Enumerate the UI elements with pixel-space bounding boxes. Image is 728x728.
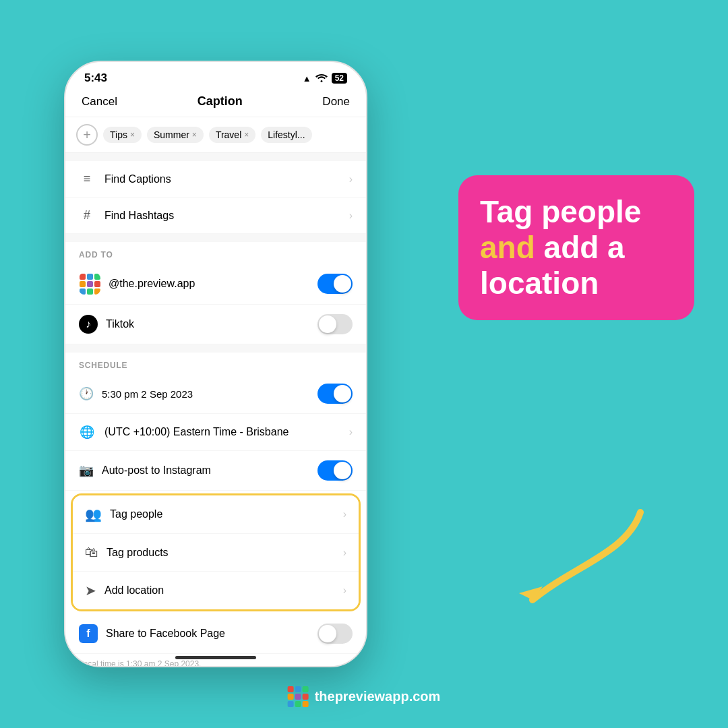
add-to-label: ADD TO (65, 242, 366, 264)
find-captions-label: Find Captions (104, 173, 171, 185)
schedule-toggle[interactable] (317, 384, 353, 404)
facebook-toggle[interactable] (317, 624, 353, 644)
facebook-label: Share to Facebook Page (106, 628, 225, 640)
battery-icon: 52 (332, 73, 347, 84)
tag-chip-travel[interactable]: Travel × (209, 127, 255, 143)
callout-and: and (480, 230, 535, 265)
remove-tag-summer[interactable]: × (192, 130, 197, 140)
phone-mockup: 5:43 ▲ 52 Cancel Caption Done + (64, 61, 367, 667)
schedule-label: SCHEDULE (65, 353, 366, 374)
callout-line3: location (480, 266, 599, 301)
highlighted-section: 👥 Tag people › 🛍 Tag products › ➤ Add lo… (71, 493, 361, 611)
add-tag-button[interactable]: + (76, 124, 98, 146)
clock-icon: 🕐 (79, 386, 94, 401)
hashtag-icon: # (79, 208, 95, 222)
phone-frame: 5:43 ▲ 52 Cancel Caption Done + (64, 61, 367, 667)
tiktok-toggle[interactable] (317, 314, 353, 334)
tag-label: Travel (216, 129, 241, 140)
tag-products-item[interactable]: 🛍 Tag products › (73, 534, 359, 572)
schedule-time: 5:30 pm 2 Sep 2023 (102, 388, 193, 400)
branding-section: thepreviewapp.com (288, 686, 441, 706)
nav-cancel-button[interactable]: Cancel (82, 95, 117, 109)
chevron-right-icon: › (343, 508, 346, 520)
tiktok-row: ♪ Tiktok (65, 305, 366, 344)
nav-title: Caption (198, 94, 243, 109)
timezone-label: (UTC +10:00) Eastern Time - Brisbane (104, 426, 289, 438)
tag-products-icon: 🛍 (85, 545, 98, 560)
chevron-right-icon: › (349, 210, 353, 222)
auto-post-toggle[interactable] (317, 460, 353, 481)
tag-chip-lifestyle[interactable]: Lifestyl... (261, 127, 311, 143)
tag-label: Tips (110, 129, 127, 140)
callout-box: Tag people and add a location (458, 175, 694, 320)
arrow-decoration (506, 499, 640, 607)
auto-post-label: Auto-post to Instagram (102, 464, 211, 477)
status-time: 5:43 (84, 71, 107, 85)
tag-chip-summer[interactable]: Summer × (147, 127, 204, 143)
add-location-label: Add location (104, 584, 164, 597)
status-icons: ▲ 52 (303, 73, 347, 84)
tag-label: Lifestyl... (268, 129, 305, 140)
preview-app-row: @the.preview.app (65, 264, 366, 305)
chevron-right-icon: › (349, 173, 353, 185)
tags-row: + Tips × Summer × Travel × Lifestyl... (65, 117, 366, 153)
callout-line2: add a (544, 230, 625, 265)
tag-label: Summer (154, 129, 189, 140)
nav-done-button[interactable]: Done (322, 95, 350, 109)
chevron-right-icon: › (343, 584, 346, 597)
find-hashtags-item[interactable]: # Find Hashtags › (65, 198, 366, 234)
callout-line1: Tag people (480, 194, 641, 229)
timezone-row[interactable]: 🌐 (UTC +10:00) Eastern Time - Brisbane › (65, 414, 366, 451)
globe-icon: 🌐 (79, 425, 95, 439)
tag-people-icon: 👥 (85, 506, 102, 522)
signal-icon: ▲ (303, 73, 311, 84)
branding-url: thepreviewapp.com (315, 689, 441, 704)
home-indicator (175, 656, 256, 659)
facebook-icon: f (79, 624, 98, 643)
facebook-row: f Share to Facebook Page (65, 614, 366, 654)
callout-text: Tag people and add a location (480, 194, 673, 301)
remove-tag-tips[interactable]: × (130, 130, 135, 140)
preview-app-toggle[interactable] (317, 274, 353, 294)
section-divider-2 (65, 234, 366, 242)
tiktok-icon: ♪ (79, 315, 98, 334)
find-captions-item[interactable]: ≡ Find Captions › (65, 161, 366, 198)
branding-icon (288, 686, 308, 706)
location-icon: ➤ (85, 582, 96, 599)
instagram-icon: 📷 (79, 463, 94, 478)
wifi-icon (315, 73, 328, 84)
remove-tag-travel[interactable]: × (244, 130, 249, 140)
section-divider-3 (65, 344, 366, 353)
nav-bar: Cancel Caption Done (65, 89, 366, 117)
tag-products-label: Tag products (107, 547, 169, 559)
tag-people-label: Tag people (110, 508, 162, 520)
auto-post-row: 📷 Auto-post to Instagram (65, 451, 366, 491)
add-location-item[interactable]: ➤ Add location › (73, 572, 359, 609)
list-icon: ≡ (79, 172, 95, 186)
chevron-right-icon: › (349, 426, 353, 438)
schedule-time-row: 🕐 5:30 pm 2 Sep 2023 (65, 374, 366, 414)
chevron-right-icon: › (343, 547, 346, 559)
find-hashtags-label: Find Hashtags (104, 210, 174, 222)
tag-chip-tips[interactable]: Tips × (103, 127, 142, 143)
preview-app-label: @the.preview.app (109, 278, 195, 290)
tiktok-label: Tiktok (106, 318, 134, 330)
section-divider (65, 153, 366, 161)
status-bar: 5:43 ▲ 52 (65, 62, 366, 89)
preview-app-icon (79, 273, 100, 295)
tag-people-item[interactable]: 👥 Tag people › (73, 495, 359, 534)
